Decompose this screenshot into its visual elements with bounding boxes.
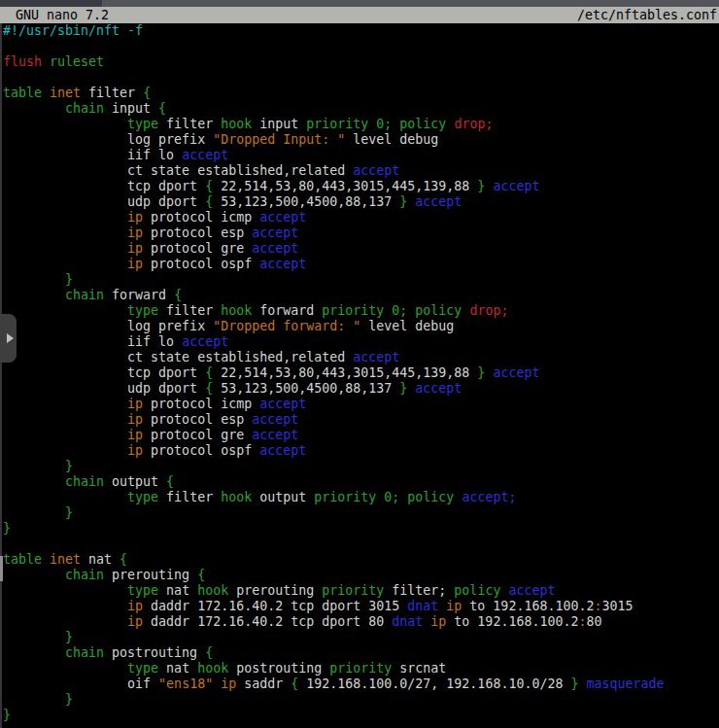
code-line: oif "ens18" ip saddr { 192.168.100.0/27,… <box>3 676 719 692</box>
code-token: ruleset <box>50 54 104 69</box>
code-token: priority <box>329 661 392 676</box>
code-line: ip protocol esp accept <box>3 412 719 428</box>
code-token: chain <box>65 645 104 660</box>
code-token: policy <box>415 303 462 318</box>
code-token: { <box>205 194 213 209</box>
code-line: } <box>3 521 719 537</box>
nano-titlebar: GNU nano 7.2 /etc/nftables.conf <box>0 7 719 23</box>
scroll-indicator <box>0 556 3 581</box>
code-token: to 192.168.100.2 <box>446 614 578 629</box>
code-token: ct state established,related <box>127 350 353 364</box>
code-token: ip <box>127 241 143 256</box>
code-token: type <box>127 661 158 676</box>
code-token: ip <box>430 614 446 629</box>
code-token: { <box>197 568 205 582</box>
code-token: chain <box>65 101 104 116</box>
code-token: protocol icmp <box>143 210 259 225</box>
code-token: type <box>127 303 158 318</box>
code-token: ip <box>446 599 462 613</box>
code-token: 53,123,500,4500,88,137 <box>213 381 399 396</box>
code-line <box>3 70 719 86</box>
code-token: } <box>3 521 11 536</box>
code-token: iif lo <box>127 334 182 349</box>
code-token: hook <box>221 303 252 318</box>
code-token: accept <box>415 381 462 396</box>
code-line: chain prerouting { <box>3 568 719 583</box>
code-token: protocol esp <box>143 225 252 240</box>
code-token: ip <box>127 599 143 613</box>
code-token: input <box>104 101 158 116</box>
code-token: type <box>127 490 158 504</box>
code-token: { <box>205 645 213 660</box>
code-token: } <box>65 692 73 707</box>
code-token: tcp dport <box>127 365 205 380</box>
code-token: policy <box>407 490 454 504</box>
code-token: accept <box>252 412 298 427</box>
code-token: accept <box>353 163 399 178</box>
code-token: protocol ospf <box>143 443 259 458</box>
code-token: #!/usr/sbin/nft -f <box>3 23 143 38</box>
code-token: priority <box>322 583 384 598</box>
code-line: } <box>3 272 719 288</box>
code-token: } <box>65 272 73 287</box>
code-line <box>3 537 719 552</box>
code-token: ip <box>127 257 143 271</box>
code-token: policy <box>399 117 446 131</box>
code-token <box>213 676 221 691</box>
code-line: chain postrouting { <box>3 645 719 661</box>
code-token: { <box>205 365 213 380</box>
code-line: ct state established,related accept <box>3 163 719 179</box>
code-token: accept <box>259 210 306 225</box>
code-token: postrouting <box>228 661 329 676</box>
code-line: ip protocol ospf accept <box>3 257 719 272</box>
app-version-label: GNU nano 7.2 <box>0 7 109 23</box>
code-token: level debug <box>360 319 454 333</box>
code-token: log prefix <box>127 132 213 147</box>
code-token: "Dropped forward: " <box>213 319 360 333</box>
code-token: 53,123,500,4500,88,137 <box>213 194 399 209</box>
code-line: type filter hook forward priority 0; pol… <box>3 303 719 319</box>
code-line: udp dport { 53,123,500,4500,88,137 } acc… <box>3 381 719 397</box>
code-token: 22,514,53,80,443,3015,445,139,88 <box>213 179 477 193</box>
code-token: postrouting <box>104 645 205 660</box>
code-token: { <box>120 552 127 567</box>
code-token: ip <box>127 225 143 240</box>
code-token: protocol esp <box>143 412 252 427</box>
code-token: 192.168.100.0/27, 192.168.10.0/28 <box>298 676 570 691</box>
editor-area[interactable]: #!/usr/sbin/nft -fflush rulesettable ine… <box>3 23 719 728</box>
code-token: accept <box>259 257 306 271</box>
code-line: } <box>3 692 719 708</box>
code-token: table <box>3 86 42 100</box>
code-token: ip <box>127 210 143 225</box>
code-token: } <box>65 630 73 644</box>
code-token: ip <box>127 428 143 442</box>
code-line: type filter hook output priority 0; poli… <box>3 490 719 505</box>
code-token: accept; <box>462 490 516 504</box>
code-token: accept <box>415 194 462 209</box>
code-token: forward <box>104 288 174 302</box>
code-line: } <box>3 708 719 723</box>
code-token: ip <box>127 397 143 411</box>
code-token: log prefix <box>127 319 213 333</box>
code-line: chain input { <box>3 101 719 117</box>
code-token: accept <box>508 583 555 598</box>
code-token: hook <box>221 117 252 131</box>
code-token: 80 <box>586 614 601 629</box>
code-token: udp dport <box>127 381 205 396</box>
code-line: chain forward { <box>3 288 719 303</box>
code-token: nat <box>81 552 120 567</box>
code-line: #!/usr/sbin/nft -f <box>3 23 719 39</box>
code-token: accept <box>353 350 399 364</box>
code-token: } <box>65 459 73 473</box>
code-line <box>3 39 719 54</box>
code-token: iif lo <box>127 148 182 162</box>
code-token: { <box>143 86 151 100</box>
code-token: accept <box>252 225 298 240</box>
code-token: hook <box>197 583 228 598</box>
code-token: ip <box>127 614 143 629</box>
code-token: filter <box>158 117 221 131</box>
code-token: { <box>158 101 166 116</box>
code-token: accept <box>252 241 298 256</box>
code-token: filter <box>81 86 143 100</box>
side-panel-handle[interactable] <box>0 314 17 363</box>
